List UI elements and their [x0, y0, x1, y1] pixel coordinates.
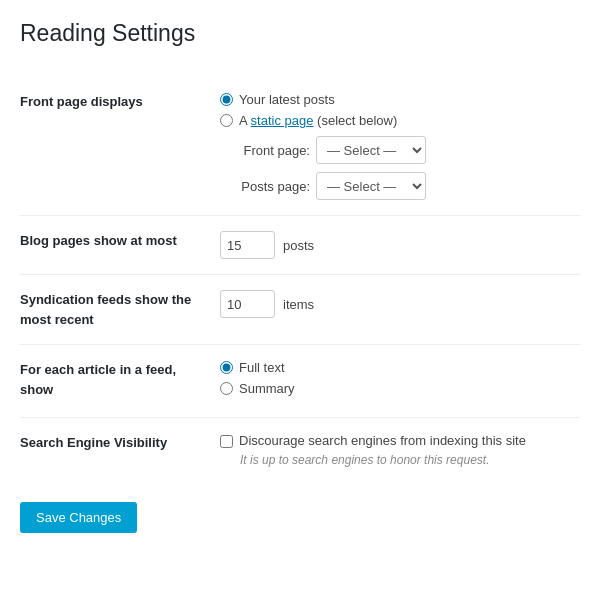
blog-pages-td: posts — [220, 216, 580, 275]
latest-posts-radio[interactable] — [220, 93, 233, 106]
posts-page-select-label: Posts page: — [230, 179, 310, 194]
summary-option: Summary — [220, 381, 580, 396]
save-changes-button[interactable]: Save Changes — [20, 502, 137, 533]
search-visibility-label: Search Engine Visibility — [20, 418, 220, 483]
blog-pages-input-group: posts — [220, 231, 580, 259]
static-page-link[interactable]: static page — [251, 113, 314, 128]
front-page-select-row: Front page: — Select — — [230, 136, 580, 164]
static-page-radio[interactable] — [220, 114, 233, 127]
front-page-row: Front page displays Your latest posts A … — [20, 77, 580, 216]
syndication-unit: items — [283, 297, 314, 312]
settings-form: Front page displays Your latest posts A … — [20, 77, 580, 482]
syndication-row: Syndication feeds show the most recent i… — [20, 275, 580, 345]
search-visibility-row: Search Engine Visibility Discourage sear… — [20, 418, 580, 483]
search-visibility-td: Discourage search engines from indexing … — [220, 418, 580, 483]
front-page-select-label: Front page: — [230, 143, 310, 158]
search-visibility-hint: It is up to search engines to honor this… — [240, 453, 580, 467]
summary-label: Summary — [239, 381, 295, 396]
search-visibility-checkbox-group: Discourage search engines from indexing … — [220, 433, 580, 448]
static-page-radio-label: A static page (select below) — [239, 113, 397, 128]
syndication-td: items — [220, 275, 580, 345]
static-page-option: A static page (select below) — [220, 113, 580, 128]
syndication-input[interactable] — [220, 290, 275, 318]
blog-pages-input[interactable] — [220, 231, 275, 259]
blog-pages-unit: posts — [283, 238, 314, 253]
latest-posts-radio-label: Your latest posts — [239, 92, 335, 107]
posts-page-select[interactable]: — Select — — [316, 172, 426, 200]
front-page-td: Your latest posts A static page (select … — [220, 77, 580, 216]
full-text-option: Full text — [220, 360, 580, 375]
full-text-label: Full text — [239, 360, 285, 375]
blog-pages-row: Blog pages show at most posts — [20, 216, 580, 275]
feed-show-td: Full text Summary — [220, 345, 580, 418]
page-wrap: Reading Settings Front page displays You… — [0, 0, 600, 610]
blog-pages-label: Blog pages show at most — [20, 216, 220, 275]
page-title: Reading Settings — [20, 20, 580, 57]
full-text-radio[interactable] — [220, 361, 233, 374]
front-page-label: Front page displays — [20, 77, 220, 216]
search-visibility-checkbox[interactable] — [220, 435, 233, 448]
feed-show-label: For each article in a feed, show — [20, 345, 220, 418]
search-visibility-checkbox-label: Discourage search engines from indexing … — [239, 433, 526, 448]
syndication-label: Syndication feeds show the most recent — [20, 275, 220, 345]
syndication-input-group: items — [220, 290, 580, 318]
summary-radio[interactable] — [220, 382, 233, 395]
latest-posts-option: Your latest posts — [220, 92, 580, 107]
feed-show-row: For each article in a feed, show Full te… — [20, 345, 580, 418]
posts-page-select-row: Posts page: — Select — — [230, 172, 580, 200]
front-page-select[interactable]: — Select — — [316, 136, 426, 164]
